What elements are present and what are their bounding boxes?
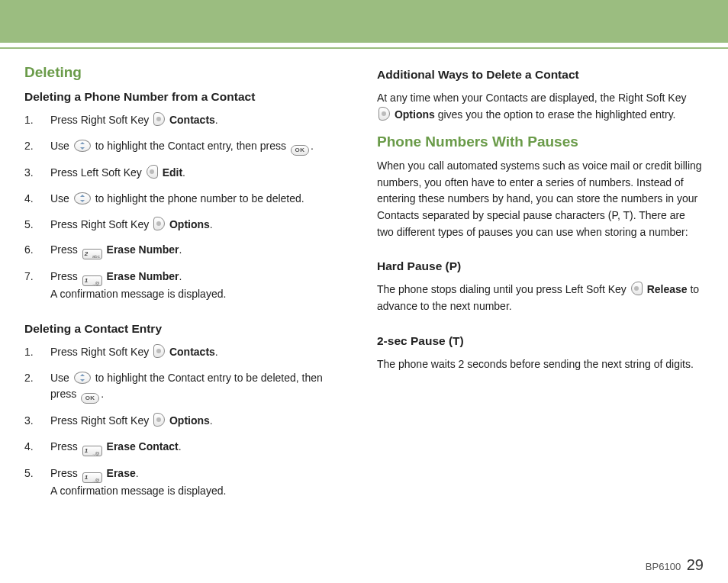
- heading-deleting-contact: Deleting a Contact Entry: [24, 320, 351, 338]
- left-soft-key-icon: [147, 165, 158, 179]
- label: Edit: [163, 166, 182, 179]
- step-number: 1.: [24, 344, 41, 361]
- heading-hard-pause: Hard Pause (P): [377, 257, 704, 275]
- label: Erase: [107, 467, 136, 479]
- step: 6.Press 2abc Erase Number.: [24, 242, 351, 259]
- step: 5.Press Right Soft Key Options.: [24, 217, 351, 234]
- step: 5.Press 1.,@ Erase.A confirmation messag…: [24, 465, 351, 500]
- step-text: Press Right Soft Key: [50, 414, 152, 427]
- step: 3.Press Left Soft Key Edit.: [24, 165, 351, 182]
- step-note: A confirmation message is displayed.: [50, 485, 226, 497]
- model-label: BP6100: [646, 561, 681, 572]
- left-soft-key-icon: [631, 282, 643, 295]
- label: Erase Number: [107, 270, 179, 282]
- paragraph-additional: At any time when your Contacts are displ…: [377, 90, 704, 123]
- step-number: 2.: [24, 138, 41, 155]
- left-column: Deleting Deleting a Phone Number from a …: [24, 61, 351, 509]
- step-text: Use: [50, 192, 72, 205]
- right-soft-key-icon: [378, 107, 390, 121]
- step: 3.Press Right Soft Key Options.: [24, 413, 351, 430]
- step-text: Press: [50, 270, 81, 282]
- heading-deleting-phone: Deleting a Phone Number from a Contact: [24, 88, 351, 106]
- step-number: 3.: [24, 413, 41, 430]
- step-text: Press: [50, 440, 81, 453]
- step-number: 4.: [24, 191, 41, 208]
- step-number: 6.: [24, 242, 41, 259]
- step-text: Use: [50, 140, 72, 152]
- label: Contacts: [169, 114, 215, 126]
- key-1-icon: 1.,@: [82, 472, 102, 483]
- step-number: 5.: [24, 465, 41, 482]
- step-text: Press Right Soft Key: [50, 346, 152, 358]
- step-number: 7.: [24, 269, 41, 285]
- step-text: Press: [50, 467, 81, 479]
- page-footer: BP6100 29: [646, 556, 704, 574]
- label: Options: [169, 414, 210, 427]
- right-column: Additional Ways to Delete a Contact At a…: [377, 61, 704, 509]
- steps-delete-contact: 1.Press Right Soft Key Contacts. 2.Use t…: [24, 344, 351, 500]
- paragraph-2sec-pause: The phone waits 2 seconds before sending…: [377, 356, 704, 373]
- step-text: Press Right Soft Key: [50, 218, 152, 230]
- label: Erase Number: [107, 243, 179, 256]
- right-soft-key-icon: [153, 413, 165, 427]
- paragraph-pauses: When you call automated systems such as …: [377, 158, 704, 240]
- ok-key-icon: OK: [81, 393, 99, 404]
- step: 7.Press 1.,@ Erase Number.A confirmation…: [24, 269, 351, 303]
- label: Options: [395, 108, 435, 121]
- step-text: Use: [50, 372, 72, 384]
- key-1-icon: 1.,@: [82, 446, 102, 456]
- step: 2.Use to highlight the Contact entry to …: [24, 370, 351, 404]
- step: 4.Press 1.,@ Erase Contact.: [24, 439, 351, 456]
- heading-2sec-pause: 2-sec Pause (T): [377, 332, 704, 350]
- step-text: Press Right Soft Key: [50, 114, 152, 126]
- label: Options: [169, 218, 210, 230]
- label: Erase Contact: [107, 440, 179, 453]
- key-1-icon: 1.,@: [82, 275, 102, 286]
- heading-deleting: Deleting: [24, 61, 351, 83]
- right-soft-key-icon: [153, 344, 165, 358]
- key-2-icon: 2abc: [82, 249, 102, 259]
- label: Contacts: [169, 346, 215, 358]
- label: Release: [647, 283, 688, 295]
- step-text: Press: [50, 243, 81, 256]
- heading-additional-ways: Additional Ways to Delete a Contact: [377, 66, 704, 84]
- heading-pauses: Phone Numbers With Pauses: [377, 130, 704, 153]
- step: 4.Use to highlight the phone number to b…: [24, 191, 351, 208]
- page-columns: Deleting Deleting a Phone Number from a …: [0, 49, 728, 509]
- step: 1.Press Right Soft Key Contacts.: [24, 112, 351, 129]
- steps-delete-phone: 1.Press Right Soft Key Contacts. 2.Use t…: [24, 112, 351, 302]
- right-soft-key-icon: [153, 217, 165, 230]
- paragraph-hard-pause: The phone stops dialing until you press …: [377, 282, 704, 314]
- ok-key-icon: OK: [291, 145, 309, 156]
- step-number: 3.: [24, 165, 41, 182]
- step-number: 5.: [24, 217, 41, 234]
- nav-key-icon: [74, 372, 91, 384]
- step-text: Press Left Soft Key: [50, 166, 145, 179]
- nav-key-icon: [74, 192, 91, 205]
- right-soft-key-icon: [153, 112, 165, 126]
- step: 1.Press Right Soft Key Contacts.: [24, 344, 351, 361]
- step: 2.Use to highlight the Contact entry, th…: [24, 138, 351, 156]
- step-number: 2.: [24, 370, 41, 387]
- step-number: 4.: [24, 439, 41, 456]
- nav-key-icon: [74, 140, 91, 152]
- header-band: [0, 0, 728, 43]
- page-number: 29: [687, 556, 704, 573]
- step-number: 1.: [24, 112, 41, 129]
- step-note: A confirmation message is displayed.: [50, 288, 226, 300]
